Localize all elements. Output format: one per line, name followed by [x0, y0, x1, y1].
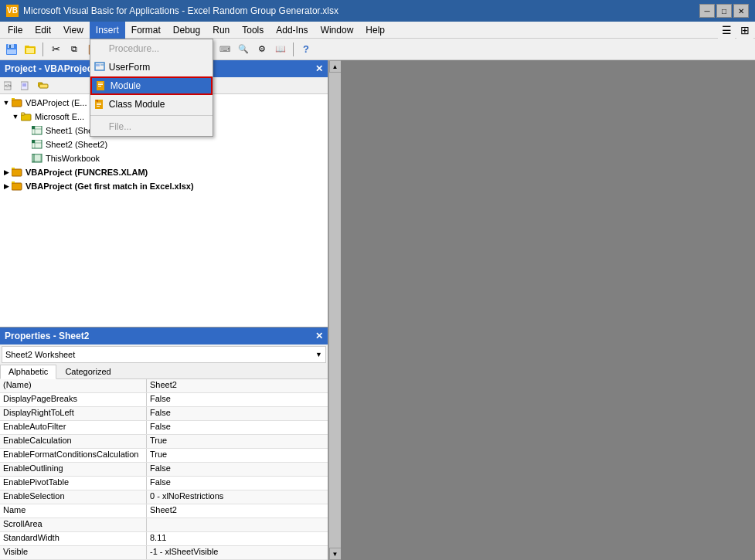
menu-help[interactable]: Help [359, 22, 391, 39]
menu-window[interactable]: Window [315, 22, 360, 39]
svg-rect-14 [9, 45, 11, 48]
minimize-button[interactable]: ─ [699, 4, 715, 18]
getfirst-icon [11, 181, 23, 192]
toolbar-explorer-icon[interactable]: 🔍 [235, 41, 252, 58]
toolbar-help-icon[interactable]: ? [298, 41, 315, 58]
scroll-up-arrow[interactable]: ▲ [329, 60, 342, 73]
funcres-icon [11, 167, 23, 178]
prop-dpb-label: DisplayPageBreaks [0, 393, 147, 406]
menu-insert-procedure[interactable]: Procedure... [90, 39, 213, 58]
workbook-icon [31, 153, 43, 164]
expand-icon-s2 [22, 141, 31, 148]
prop-row-displaypagebreaks[interactable]: DisplayPageBreaks False [0, 393, 328, 407]
menu-addins[interactable]: Add-Ins [270, 22, 314, 39]
prop-drtl-value: False [147, 407, 328, 420]
tree-funcres[interactable]: ▶ VBAProject (FUNCRES.XLAM) [0, 165, 328, 179]
menu-separator [90, 115, 213, 116]
menu-file[interactable]: File [2, 22, 29, 39]
menu-insert-classmodule[interactable]: Class Module [90, 95, 213, 114]
sheet2-icon [31, 139, 43, 150]
insert-dropdown-menu: Procedure... UserForm [90, 39, 213, 137]
right-scrollbar: ▲ ▼ [328, 60, 341, 560]
svg-rect-10 [97, 104, 101, 105]
prop-n-label: Name [0, 504, 147, 518]
project-view-code[interactable]: </> [2, 79, 17, 93]
prop-efcc-label: EnableFormatConditionsCalculation [0, 449, 147, 462]
menu-view[interactable]: View [57, 22, 90, 39]
app-icon: VB [6, 5, 19, 17]
menu-insert-userform[interactable]: UserForm [90, 58, 213, 76]
menu-tools[interactable]: Tools [236, 22, 270, 39]
prop-row-name[interactable]: (Name) Sheet2 [0, 379, 328, 393]
expand-icon: ▼ [2, 99, 11, 107]
prop-name-label: (Name) [0, 379, 147, 392]
prop-row-enablecalc[interactable]: EnableCalculation True [0, 435, 328, 449]
prop-efcc-value: True [147, 449, 328, 462]
toolbar-vba-icon[interactable]: ⌨ [216, 41, 233, 58]
svg-rect-15 [7, 49, 16, 54]
procedure-icon [92, 41, 107, 56]
svg-rect-17 [25, 46, 29, 48]
close-button[interactable]: ✕ [733, 4, 749, 18]
prop-row-enableautofilter[interactable]: EnableAutoFilter False [0, 421, 328, 435]
prop-row-enablepivot[interactable]: EnablePivotTable False [0, 477, 328, 490]
toolbar-props-icon[interactable]: ⚙ [253, 41, 270, 58]
tree-label-gfm: VBAProject (Get first match in Excel.xls… [26, 182, 194, 191]
tree-getfirstmatch[interactable]: ▶ VBAProject (Get first match in Excel.x… [0, 179, 328, 193]
prop-row-displayrtl[interactable]: DisplayRightToLeft False [0, 407, 328, 421]
tree-thisworkbook[interactable]: ThisWorkbook [0, 151, 328, 165]
menu-edit[interactable]: Edit [29, 22, 57, 39]
scroll-down-arrow[interactable]: ▼ [329, 548, 342, 560]
svg-marker-26 [12, 98, 15, 100]
prop-row-scrollarea[interactable]: ScrollArea [0, 518, 328, 532]
prop-row-enableoutlining[interactable]: EnableOutlining False [0, 463, 328, 477]
toolbar-sep5 [293, 42, 294, 56]
project-close-button[interactable]: ✕ [315, 63, 323, 74]
maximize-button[interactable]: □ [716, 4, 732, 18]
tab-categorized[interactable]: Categorized [56, 365, 119, 378]
prop-dpb-value: False [147, 393, 328, 406]
svg-rect-40 [12, 169, 22, 176]
code-area[interactable] [341, 60, 755, 560]
svg-rect-9 [97, 103, 101, 104]
menu-bar: File Edit View Insert Procedure... UserF… [0, 22, 755, 39]
prop-row-visible[interactable]: Visible -1 - xlSheetVisible [0, 546, 328, 560]
prop-row-standardwidth[interactable]: StandardWidth 8.11 [0, 532, 328, 546]
toolbar-cut-icon[interactable]: ✂ [47, 41, 64, 58]
menu-insert-module[interactable]: Module [90, 76, 213, 95]
title-bar: VB Microsoft Visual Basic for Applicatio… [0, 0, 755, 22]
prop-row-enableselection[interactable]: EnableSelection 0 - xlNoRestrictions [0, 490, 328, 504]
toolbar-objbrowser-icon[interactable]: 📖 [272, 41, 289, 58]
toolbar-open-icon[interactable] [22, 41, 39, 58]
menu-insert[interactable]: Insert [90, 22, 125, 39]
prop-row-enablefcc[interactable]: EnableFormatConditionsCalculation True [0, 449, 328, 463]
properties-close-button[interactable]: ✕ [315, 331, 323, 341]
svg-rect-22 [22, 83, 26, 87]
title-text: Microsoft Visual Basic for Applications … [23, 5, 699, 16]
prop-v-label: Visible [0, 546, 147, 559]
properties-header: Properties - Sheet2 ✕ [0, 328, 328, 344]
tree-sheet2[interactable]: Sheet2 (Sheet2) [0, 137, 328, 151]
toolbar-copy-icon[interactable]: ⧉ [66, 41, 83, 58]
prop-sa-label: ScrollArea [0, 518, 147, 531]
menu-format[interactable]: Format [125, 22, 167, 39]
svg-rect-25 [12, 100, 22, 107]
project-view-object[interactable] [19, 79, 34, 93]
project-toggle-folders[interactable] [36, 79, 51, 93]
folder-icon [20, 111, 32, 122]
prop-sa-value [147, 518, 328, 531]
toolbar-menu-icon[interactable]: ☰ [718, 22, 735, 39]
tree-label-excel: Microsoft E... [35, 112, 84, 121]
properties-dropdown-arrow[interactable]: ▼ [315, 351, 322, 358]
menu-debug[interactable]: Debug [167, 22, 206, 39]
toolbar-save-icon[interactable] [3, 41, 20, 58]
prop-ec-label: EnableCalculation [0, 435, 147, 448]
menu-insert-file[interactable]: File... [90, 117, 213, 136]
menu-run[interactable]: Run [206, 22, 236, 39]
tab-alphabetic[interactable]: Alphabetic [0, 365, 56, 379]
properties-title: Properties - Sheet2 [5, 331, 89, 341]
svg-rect-1 [96, 64, 100, 66]
toolbar-layout-icon[interactable]: ⊞ [736, 22, 753, 39]
prop-row-name2[interactable]: Name Sheet2 [0, 504, 328, 518]
expand-icon-fr: ▶ [2, 168, 11, 176]
